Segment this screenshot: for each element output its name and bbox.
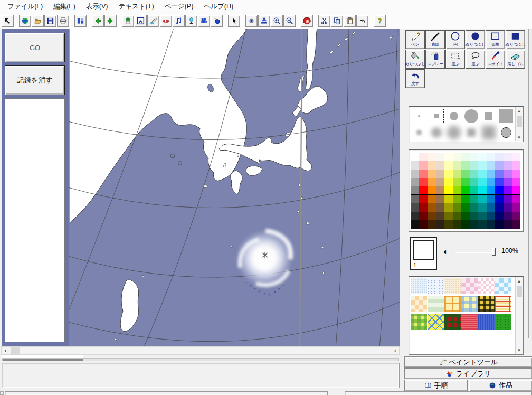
paste-button[interactable]: [344, 15, 356, 27]
palette-color[interactable]: [453, 153, 461, 161]
menu-item[interactable]: ページ(P): [159, 0, 199, 13]
texture-speckle-blue[interactable]: [428, 278, 444, 294]
texture-tartan-yellow-black[interactable]: [478, 296, 495, 312]
palette-color[interactable]: [428, 161, 436, 170]
palette-color[interactable]: [504, 161, 512, 170]
texture-check-pink-big[interactable]: [461, 278, 478, 294]
texture-gingham-green[interactable]: [411, 314, 427, 330]
palette-color[interactable]: [478, 186, 487, 195]
palette-color[interactable]: [453, 195, 461, 203]
palette-color[interactable]: [436, 203, 444, 212]
palette-color[interactable]: [512, 186, 520, 195]
palette-color[interactable]: [419, 220, 428, 229]
palette-color[interactable]: [453, 178, 461, 186]
zoom-out-button[interactable]: [283, 15, 296, 27]
library-tab[interactable]: ライブラリ: [404, 368, 532, 379]
forward-page-button[interactable]: [104, 15, 117, 27]
copy-button[interactable]: [331, 15, 343, 27]
palette-color[interactable]: [428, 153, 436, 161]
palette-color[interactable]: [461, 153, 470, 161]
palette-color[interactable]: [478, 195, 487, 203]
brush-soft-circle-large[interactable]: [445, 124, 462, 140]
menu-item[interactable]: ヘルプ(H): [198, 0, 239, 13]
menu-item[interactable]: 編集(E): [48, 0, 81, 13]
palette-color[interactable]: [478, 170, 487, 178]
scroll-thumb[interactable]: [11, 347, 20, 354]
palette-color[interactable]: [487, 203, 495, 212]
palette-color[interactable]: [461, 212, 470, 220]
palette-color[interactable]: [512, 203, 520, 212]
cut-button[interactable]: [318, 15, 330, 27]
palette-color[interactable]: [436, 220, 444, 229]
clear-recording-button[interactable]: 記録を消す: [5, 65, 65, 95]
recording-list-box[interactable]: [5, 98, 65, 342]
undo-tool-button[interactable]: 戻す: [405, 69, 425, 88]
palette-color[interactable]: [470, 161, 478, 170]
select-cursor-button[interactable]: [228, 15, 240, 27]
scroll-right-icon[interactable]: ›: [391, 347, 399, 354]
pen-tool-button[interactable]: ペン: [405, 30, 425, 49]
palette-color[interactable]: [504, 203, 512, 212]
palette-color[interactable]: [436, 153, 444, 161]
palette-color[interactable]: [512, 195, 520, 203]
brush-tiny-dot[interactable]: [410, 108, 428, 124]
record-sound-button[interactable]: [185, 15, 197, 27]
rectangle-tool-button[interactable]: 四角: [486, 30, 505, 49]
page-layout-button[interactable]: [74, 15, 87, 27]
palette-color[interactable]: [461, 195, 470, 203]
menu-item[interactable]: 表示(V): [81, 0, 113, 13]
palette-color[interactable]: [504, 186, 512, 195]
opacity-slider-handle[interactable]: [492, 248, 496, 256]
eraser-tool-button[interactable]: 消しゴム: [506, 50, 525, 69]
brush-square-medium[interactable]: [480, 108, 497, 124]
brush-soft-dot[interactable]: [410, 124, 428, 140]
zoom-in-button[interactable]: [271, 15, 283, 27]
eraser-mode-button[interactable]: [160, 15, 172, 27]
new-document-button[interactable]: [19, 15, 31, 27]
palette-color[interactable]: [419, 161, 428, 170]
palette-color[interactable]: [419, 195, 428, 203]
palette-color[interactable]: [411, 153, 419, 161]
texture-tartan-red-green[interactable]: [444, 314, 461, 330]
scroll-up-icon[interactable]: ▲: [516, 107, 523, 115]
scroll-up-icon[interactable]: ▲: [516, 277, 523, 285]
paint-mode-button[interactable]: [147, 15, 159, 27]
animation-button[interactable]: [211, 15, 223, 27]
palette-color[interactable]: [428, 220, 436, 229]
palette-color[interactable]: [444, 195, 453, 203]
texture-fabric-blue[interactable]: [478, 314, 495, 330]
palette-color[interactable]: [487, 212, 495, 220]
palette-color[interactable]: [444, 178, 453, 186]
scroll-down-icon[interactable]: ▼: [516, 134, 523, 141]
palette-color[interactable]: [444, 170, 453, 178]
stamp-button[interactable]: [258, 15, 270, 27]
palette-color[interactable]: [495, 203, 504, 212]
texture-sand[interactable]: [444, 278, 461, 294]
menu-item[interactable]: ファイル(F): [2, 0, 48, 13]
paint-canvas[interactable]: [69, 29, 400, 349]
palette-color[interactable]: [444, 203, 453, 212]
palette-color[interactable]: [419, 178, 428, 186]
scroll-down-icon[interactable]: ▼: [516, 346, 523, 354]
palette-color[interactable]: [478, 178, 487, 186]
brush-outlined-circle[interactable]: [497, 124, 515, 140]
brush-soft-circle-medium[interactable]: [428, 124, 445, 140]
palette-color[interactable]: [495, 195, 504, 203]
palette-color[interactable]: [470, 212, 478, 220]
palette-color[interactable]: [487, 153, 495, 161]
palette-color[interactable]: [428, 178, 436, 186]
palette-color[interactable]: [436, 212, 444, 220]
texture-check-blue[interactable]: [495, 278, 511, 294]
palette-color[interactable]: [470, 170, 478, 178]
palette-color[interactable]: [461, 178, 470, 186]
palette-color[interactable]: [487, 186, 495, 195]
open-file-button[interactable]: [32, 15, 44, 27]
pointer-mode-button[interactable]: [2, 15, 14, 27]
texture-knit-red[interactable]: [461, 314, 478, 330]
palette-color[interactable]: [461, 170, 470, 178]
palette-color[interactable]: [436, 195, 444, 203]
palette-color[interactable]: [512, 153, 520, 161]
palette-color[interactable]: [495, 220, 504, 229]
texture-pale-green[interactable]: [428, 296, 444, 312]
palette-color[interactable]: [444, 153, 453, 161]
